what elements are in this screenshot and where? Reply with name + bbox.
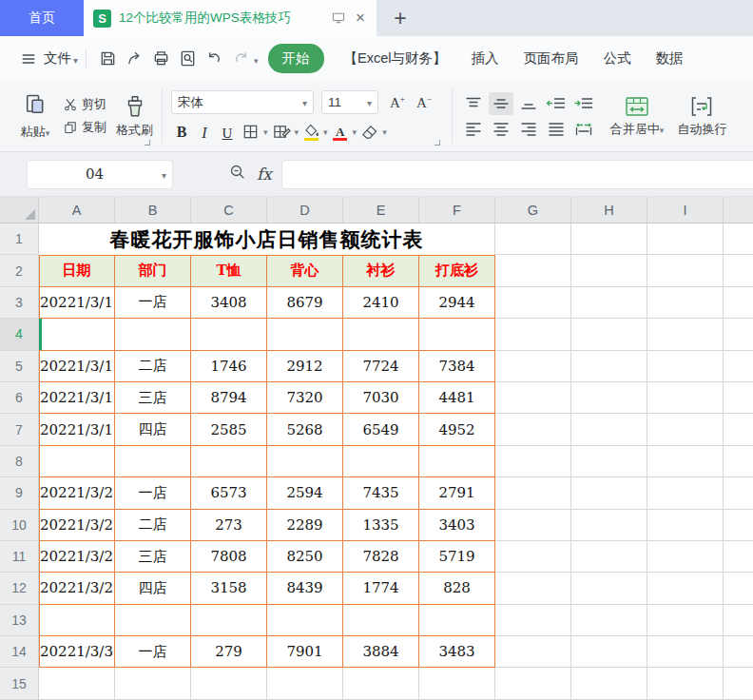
- cell-I4[interactable]: [647, 319, 724, 350]
- file-menu[interactable]: 文件: [44, 49, 71, 68]
- cell-G14[interactable]: [495, 636, 571, 668]
- cell-A5[interactable]: 20221/3/1: [39, 351, 115, 382]
- cell-A9[interactable]: 20221/3/2: [39, 477, 115, 509]
- ribbon-tab-formula[interactable]: 公式: [604, 49, 631, 68]
- cell-B5[interactable]: 二店: [115, 351, 191, 382]
- draw-border-dropdown-icon[interactable]: [295, 122, 299, 139]
- ribbon-tab-insert[interactable]: 插入: [472, 49, 499, 68]
- cell-F13[interactable]: [419, 605, 495, 636]
- increase-font-icon[interactable]: A+: [390, 94, 405, 111]
- cell-D3[interactable]: 8679: [267, 287, 343, 319]
- cell-C15[interactable]: [191, 668, 267, 699]
- undo-icon[interactable]: [201, 46, 227, 72]
- tab-home[interactable]: 首页: [0, 0, 84, 36]
- eraser-button[interactable]: [358, 119, 380, 142]
- chevron-down-icon[interactable]: [73, 51, 78, 67]
- cell-A6[interactable]: 20221/3/1: [39, 382, 115, 414]
- cell-A14[interactable]: 20221/3/3: [39, 636, 115, 668]
- cell-C13[interactable]: [191, 605, 267, 636]
- cell-B15[interactable]: [115, 668, 191, 699]
- column-header-E[interactable]: E: [343, 197, 419, 223]
- font-dialog-launcher[interactable]: [434, 140, 440, 146]
- underline-button[interactable]: U: [217, 119, 238, 142]
- cell-E6[interactable]: 7030: [343, 382, 419, 414]
- cell-E15[interactable]: [343, 668, 419, 699]
- cell-I1[interactable]: [647, 224, 724, 255]
- cell-B8[interactable]: [115, 446, 191, 477]
- cell-I5[interactable]: [647, 351, 724, 382]
- cell-G15[interactable]: [495, 668, 571, 699]
- cell-H12[interactable]: [571, 573, 647, 604]
- cell-G6[interactable]: [495, 382, 571, 414]
- cell-B7[interactable]: 四店: [115, 414, 191, 445]
- cell-F3[interactable]: 2944: [419, 287, 495, 319]
- font-name-select[interactable]: 宋体: [171, 90, 314, 114]
- cell-C2[interactable]: T恤: [191, 255, 267, 286]
- row-header-14[interactable]: 14: [0, 636, 39, 668]
- cell-D5[interactable]: 2912: [267, 351, 343, 382]
- cell-C4[interactable]: [191, 319, 267, 350]
- cell-C11[interactable]: 7808: [191, 541, 267, 573]
- cell-D4[interactable]: [267, 319, 343, 350]
- cell-E14[interactable]: 3884: [343, 636, 419, 668]
- cell-C10[interactable]: 273: [191, 510, 267, 541]
- cell-D9[interactable]: 2594: [267, 477, 343, 509]
- cell-H4[interactable]: [571, 319, 647, 350]
- row-header-13[interactable]: 13: [0, 605, 39, 636]
- cell-F12[interactable]: 828: [419, 573, 495, 604]
- column-header-C[interactable]: C: [191, 197, 267, 223]
- cell-D6[interactable]: 7320: [267, 382, 343, 414]
- cell-D12[interactable]: 8439: [267, 573, 343, 604]
- cell-F4[interactable]: [419, 319, 495, 350]
- cell-E5[interactable]: 7724: [343, 351, 419, 382]
- cell-A3[interactable]: 20221/3/1: [39, 287, 115, 319]
- fill-color-dropdown-icon[interactable]: [323, 122, 328, 139]
- cell-I7[interactable]: [647, 414, 724, 445]
- align-top-icon[interactable]: [461, 92, 486, 115]
- borders-dropdown-icon[interactable]: [263, 122, 268, 139]
- cell-A13[interactable]: [39, 605, 115, 636]
- align-middle-icon[interactable]: [489, 92, 513, 115]
- cell-F7[interactable]: 4952: [419, 414, 495, 445]
- borders-button[interactable]: [240, 119, 261, 142]
- align-bottom-icon[interactable]: [516, 92, 541, 115]
- row-header-8[interactable]: 8: [0, 446, 39, 477]
- ribbon-tab-data[interactable]: 数据: [656, 49, 684, 68]
- row-header-4[interactable]: 4: [0, 319, 39, 350]
- cell-G4[interactable]: [495, 319, 571, 350]
- save-icon[interactable]: [94, 46, 121, 72]
- cell-C3[interactable]: 3408: [191, 287, 267, 319]
- cell-F10[interactable]: 3403: [419, 510, 495, 541]
- cell-H9[interactable]: [571, 477, 647, 509]
- row-header-11[interactable]: 11: [0, 541, 39, 573]
- font-color-dropdown-icon[interactable]: [353, 122, 357, 139]
- cell-E8[interactable]: [343, 446, 419, 477]
- search-formula-icon[interactable]: [228, 163, 247, 185]
- cell-G1[interactable]: [495, 224, 571, 255]
- paste-dropdown-icon[interactable]: [46, 125, 50, 139]
- cell-H14[interactable]: [571, 636, 647, 668]
- select-all-corner[interactable]: [0, 197, 39, 223]
- cell-F8[interactable]: [419, 446, 495, 477]
- cell-H2[interactable]: [571, 255, 647, 286]
- cell-B3[interactable]: 一店: [115, 287, 191, 319]
- cell-G13[interactable]: [495, 605, 571, 636]
- cell-G8[interactable]: [495, 446, 571, 477]
- paste-button[interactable]: 粘贴: [10, 92, 61, 141]
- cell-I14[interactable]: [647, 636, 724, 668]
- column-header-G[interactable]: G: [495, 197, 571, 223]
- cell-I12[interactable]: [647, 573, 724, 604]
- merge-center-button[interactable]: 合并居中: [610, 95, 665, 138]
- font-size-select[interactable]: 11: [321, 90, 378, 114]
- cell-C6[interactable]: 8794: [191, 382, 267, 414]
- cell-H1[interactable]: [571, 224, 647, 255]
- cell-F15[interactable]: [419, 668, 495, 699]
- column-header-I[interactable]: I: [647, 197, 724, 223]
- cell-D8[interactable]: [267, 446, 343, 477]
- increase-indent-icon[interactable]: [571, 92, 596, 115]
- eraser-dropdown-icon[interactable]: [382, 122, 387, 139]
- cell-B14[interactable]: 一店: [115, 636, 191, 668]
- row-header-12[interactable]: 12: [0, 573, 39, 604]
- formula-input[interactable]: [281, 160, 753, 189]
- cell-E13[interactable]: [343, 605, 419, 636]
